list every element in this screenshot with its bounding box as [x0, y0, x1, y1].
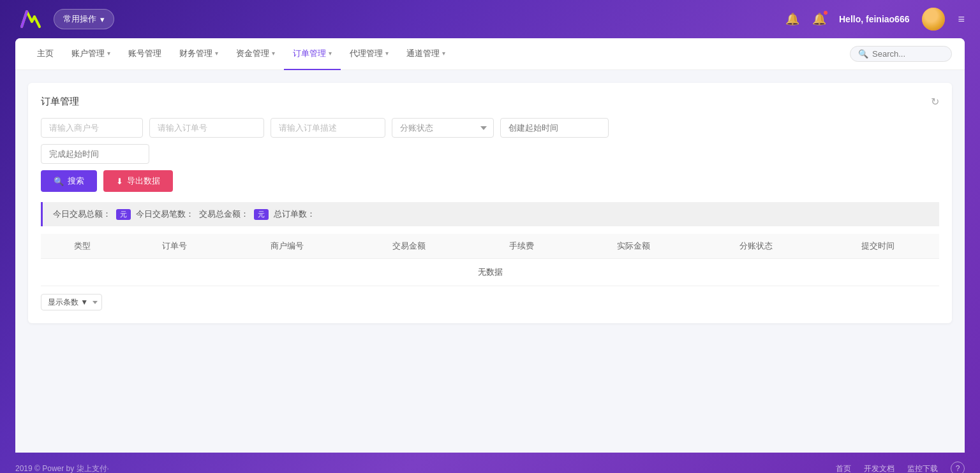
footer-link-docs[interactable]: 开发文档: [864, 463, 895, 474]
page-size-select[interactable]: 显示条数 ▼ 10 20 50: [41, 294, 102, 310]
avatar[interactable]: [922, 8, 945, 31]
search-input[interactable]: [872, 49, 944, 59]
today-amount-label: 今日交易总额：: [53, 208, 111, 220]
gift-icon[interactable]: 🔔: [812, 12, 826, 26]
nav-item-funds[interactable]: 资金管理 ▾: [227, 38, 284, 70]
yuan-tag: 元: [116, 209, 131, 220]
col-submit-time: 提交时间: [817, 234, 939, 259]
today-count-label: 今日交易笔数：: [136, 208, 194, 220]
table-header: 类型 订单号 商户编号 交易金额 手续费 实际金额 分账状态 提交时间: [41, 234, 939, 259]
table-body: 无数据: [41, 259, 939, 286]
nav-bar: 主页 账户管理 ▾ 账号管理 财务管理 ▾ 资金管理 ▾ 订单管理 ▾ 代理管理…: [15, 38, 965, 70]
export-icon: ⬇: [116, 177, 123, 186]
stats-bar: 今日交易总额： 元 今日交易笔数： 交易总金额： 元 总订单数：: [41, 202, 939, 226]
chevron-down-icon: ▾: [107, 50, 110, 57]
table-row-nodata: 无数据: [41, 259, 939, 286]
card-title: 订单管理: [41, 96, 79, 108]
order-management-card: 订单管理 ↻ 分账状态 🔍 搜索: [28, 83, 952, 323]
main-wrapper: 主页 账户管理 ▾ 账号管理 财务管理 ▾ 资金管理 ▾ 订单管理 ▾ 代理管理…: [15, 38, 965, 453]
col-amount: 交易金额: [348, 234, 470, 259]
top-header: 常用操作 ▾ 🔔 🔔 Hello, feiniao666 ≡: [0, 0, 980, 38]
status-select[interactable]: 分账状态: [392, 118, 494, 138]
search-button[interactable]: 🔍 搜索: [41, 170, 97, 192]
order-no-input[interactable]: [149, 118, 264, 138]
header-right: 🔔 🔔 Hello, feiniao666 ≡: [785, 8, 965, 31]
total-count-label: 总订单数：: [274, 208, 315, 220]
nav-search: 🔍: [850, 46, 952, 62]
nav-item-orders[interactable]: 订单管理 ▾: [284, 38, 341, 70]
table-header-row: 类型 订单号 商户编号 交易金额 手续费 实际金额 分账状态 提交时间: [41, 234, 939, 259]
notification-bell-icon[interactable]: 🔔: [785, 12, 799, 26]
chevron-down-icon: ▾: [329, 50, 332, 57]
export-button[interactable]: ⬇ 导出数据: [103, 170, 173, 192]
action-row: 🔍 搜索 ⬇ 导出数据: [41, 170, 939, 192]
header-left: 常用操作 ▾: [15, 5, 114, 33]
logo: [15, 5, 43, 33]
col-status: 分账状态: [695, 234, 817, 259]
copyright: 2019 © Power by 柒上支付·: [15, 463, 109, 474]
nav-item-channels[interactable]: 通道管理 ▾: [397, 38, 454, 70]
chevron-down-icon: ▾: [272, 50, 275, 57]
chevron-down-icon: ▾: [215, 50, 218, 57]
refresh-icon[interactable]: ↻: [931, 96, 939, 108]
avatar-image: [922, 8, 945, 31]
nav-item-agents[interactable]: 代理管理 ▾: [341, 38, 397, 70]
nav-item-account-mgmt[interactable]: 账户管理 ▾: [63, 38, 119, 70]
description-input[interactable]: [271, 118, 385, 138]
card-header: 订单管理 ↻: [41, 96, 939, 108]
chevron-down-icon: ▾: [442, 50, 445, 57]
footer-link-monitor[interactable]: 监控下载: [907, 463, 938, 474]
common-ops-label: 常用操作: [63, 13, 96, 25]
total-amount-label: 交易总金额：: [199, 208, 249, 220]
footer-help-icon[interactable]: ?: [951, 462, 965, 473]
create-start-date[interactable]: [500, 118, 609, 138]
chevron-down-icon: ▾: [100, 15, 105, 24]
complete-start-date[interactable]: [41, 144, 149, 164]
filter-row-2: [41, 144, 939, 164]
page-content: 订单管理 ↻ 分账状态 🔍 搜索: [15, 70, 965, 336]
chevron-down-icon: ▾: [385, 50, 389, 57]
nav-item-finance[interactable]: 财务管理 ▾: [170, 38, 227, 70]
hamburger-menu-icon[interactable]: ≡: [958, 13, 965, 26]
search-icon: 🔍: [858, 49, 868, 59]
total-yuan-tag: 元: [254, 209, 269, 220]
footer-link-home[interactable]: 首页: [836, 463, 851, 474]
footer: 2019 © Power by 柒上支付· 首页 开发文档 监控下载 ?: [0, 453, 980, 473]
col-merchant-no: 商户编号: [226, 234, 348, 259]
pagination-row: 显示条数 ▼ 10 20 50: [41, 294, 939, 310]
footer-links: 首页 开发文档 监控下载 ?: [836, 462, 965, 473]
nav-item-home[interactable]: 主页: [28, 38, 63, 70]
filter-row-1: 分账状态: [41, 118, 939, 138]
col-actual: 实际金额: [572, 234, 695, 259]
col-fee: 手续费: [470, 234, 572, 259]
col-order-no: 订单号: [123, 234, 225, 259]
search-icon: 🔍: [54, 177, 64, 186]
merchant-id-input[interactable]: [41, 118, 143, 138]
col-type: 类型: [41, 234, 123, 259]
no-data-cell: 无数据: [41, 259, 939, 286]
notification-dot: [824, 11, 828, 15]
order-table: 类型 订单号 商户编号 交易金额 手续费 实际金额 分账状态 提交时间 无数据: [41, 234, 939, 286]
nav-item-account-no[interactable]: 账号管理: [119, 38, 170, 70]
common-ops-button[interactable]: 常用操作 ▾: [54, 9, 114, 29]
hello-text: Hello, feiniao666: [839, 14, 910, 24]
